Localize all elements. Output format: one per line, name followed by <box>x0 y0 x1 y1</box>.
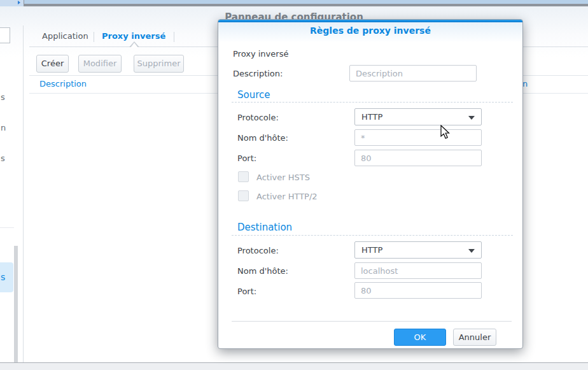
dialog-title: Règles de proxy inversé <box>218 22 522 39</box>
mouse-cursor <box>440 125 452 140</box>
hsts-checkbox[interactable] <box>238 171 249 182</box>
arrow-icon <box>18 1 20 4</box>
tab-application[interactable]: Application <box>42 29 88 44</box>
destination-host-input[interactable] <box>354 262 482 279</box>
source-port-label: Port: <box>237 153 256 163</box>
destination-section-title: Destination <box>237 222 292 233</box>
section-divider <box>232 102 513 103</box>
source-protocol-label: Protocole: <box>237 113 279 122</box>
destination-protocol-label: Protocole: <box>237 246 279 255</box>
dialog-subtitle: Proxy inversé <box>233 49 288 59</box>
source-host-input[interactable] <box>354 129 482 146</box>
sidebar-item-label: s <box>1 272 5 282</box>
source-port-input[interactable] <box>354 150 482 166</box>
sidebar-item-partial[interactable]: s <box>1 92 5 102</box>
destination-port-input[interactable] <box>354 282 482 299</box>
create-button[interactable]: Créer <box>36 55 69 73</box>
section-divider <box>232 235 513 236</box>
source-section-title: Source <box>237 89 270 101</box>
chevron-down-icon <box>468 249 475 253</box>
column-header-partial[interactable]: n <box>522 79 528 89</box>
dialog-footer-divider <box>232 321 512 322</box>
window-footer <box>0 362 588 370</box>
cancel-button[interactable]: Annuler <box>453 329 496 346</box>
destination-protocol-select[interactable]: HTTP <box>354 241 482 259</box>
description-label: Description: <box>233 69 283 78</box>
sidebar-scrollbar[interactable] <box>14 246 18 363</box>
destination-host-label: Nom d'hôte: <box>237 266 288 276</box>
chevron-down-icon <box>468 116 475 120</box>
taskbar-widget[interactable] <box>0 0 24 6</box>
sidebar-item-active[interactable]: s <box>0 262 13 292</box>
http2-checkbox-label: Activer HTTP/2 <box>256 192 318 201</box>
ok-button[interactable]: OK <box>394 329 446 346</box>
source-host-label: Nom d'hôte: <box>237 133 288 143</box>
delete-button[interactable]: Supprimer <box>134 55 184 73</box>
tab-separator <box>94 32 94 42</box>
sidebar-divider <box>0 227 14 228</box>
modify-button[interactable]: Modifier <box>78 55 122 73</box>
sidebar-search-input[interactable] <box>0 27 10 43</box>
http2-checkbox[interactable] <box>238 190 249 201</box>
tab-separator <box>174 32 174 42</box>
sidebar-item-partial[interactable]: n <box>1 123 6 132</box>
sidebar-item-partial[interactable]: s <box>1 153 5 163</box>
sidebar-panel-divider <box>23 25 24 362</box>
screen: Panneau de configuration s n s s Applica… <box>0 0 588 370</box>
dialog-header[interactable]: Règles de proxy inversé <box>218 22 522 41</box>
column-header-description[interactable]: Description <box>39 79 87 89</box>
hsts-checkbox-label: Activer HSTS <box>256 173 310 182</box>
source-protocol-select[interactable]: HTTP <box>354 108 482 125</box>
reverse-proxy-dialog: Règles de proxy inversé Proxy inversé De… <box>218 19 523 349</box>
source-protocol-value: HTTP <box>361 112 382 122</box>
description-input[interactable] <box>349 65 477 82</box>
destination-protocol-value: HTTP <box>361 245 382 255</box>
destination-port-label: Port: <box>237 287 256 296</box>
